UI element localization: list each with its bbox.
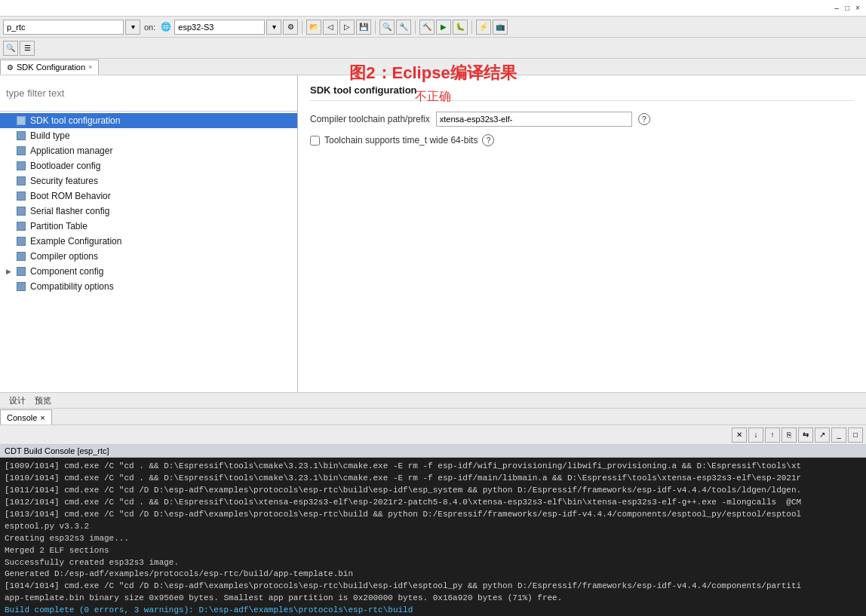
console-minimize-btn[interactable]: _ — [831, 428, 846, 443]
console-scroll-down-btn[interactable]: ↓ — [748, 428, 763, 443]
run-btn[interactable]: ▶ — [436, 20, 451, 35]
tree-item-label: Bootloader config — [30, 161, 100, 171]
globe-icon: 🌐 — [161, 22, 171, 32]
open-btn[interactable]: 📂 — [306, 20, 321, 35]
toolchain-row: Toolchain supports time_t wide 64-bits ? — [310, 134, 854, 146]
minimize-button[interactable]: – — [831, 3, 842, 14]
tree-item[interactable]: SDK tool configuration — [0, 113, 297, 128]
tree-item[interactable]: Compatibility options — [0, 279, 297, 294]
tree-item-icon — [15, 190, 27, 202]
console-section: Console × ✕ ↓ ↑ ⎘ ⇆ ↗ _ □ CDT Build Cons… — [0, 409, 866, 616]
tree-item-label: Compatibility options — [30, 281, 114, 292]
tree-item-icon — [15, 205, 27, 217]
tree-view: SDK tool configurationBuild typeApplicat… — [0, 112, 297, 392]
tab-close-btn[interactable]: × — [88, 63, 92, 71]
project-dropdown-btn[interactable]: ▾ — [125, 20, 140, 35]
tree-item[interactable]: Build type — [0, 128, 297, 143]
tab-icon: ⚙ — [7, 63, 14, 72]
console-wrap-btn[interactable]: ⇆ — [798, 428, 813, 443]
tree-item-label: Partition Table — [30, 221, 88, 231]
flash-btn[interactable]: ⚡ — [476, 20, 491, 35]
maximize-button[interactable]: □ — [842, 3, 852, 14]
search-btn[interactable]: 🔍 — [379, 20, 395, 35]
build-btn[interactable]: 🔨 — [419, 20, 435, 35]
toolchain-checkbox[interactable] — [310, 136, 320, 146]
tree-item[interactable]: Application manager — [0, 143, 297, 158]
tree-item-label: Compiler options — [30, 251, 98, 262]
tree-item[interactable]: Compiler options — [0, 249, 297, 264]
console-line: [1011/1014] cmd.exe /C "cd /D D:\esp-adf… — [5, 485, 861, 497]
toolchain-help-icon[interactable]: ? — [482, 134, 494, 146]
console-line: Successfully created esp32s3 image. — [5, 557, 861, 569]
console-tab-close[interactable]: × — [40, 413, 45, 422]
tree-item-label: Build type — [30, 130, 70, 141]
project-input[interactable] — [3, 20, 124, 35]
sdk-config-tab[interactable]: ⚙ SDK Configuration × — [0, 60, 99, 75]
debug-btn[interactable]: 🐛 — [453, 20, 468, 35]
console-maximize-btn[interactable]: □ — [848, 428, 863, 443]
tree-item-label: Component config — [30, 266, 103, 277]
console-scroll-up-btn[interactable]: ↑ — [765, 428, 780, 443]
compiler-help-icon[interactable]: ? — [638, 113, 650, 125]
tree-item[interactable]: Boot ROM Behavior — [0, 188, 297, 204]
bottom-tabs: 设计 预览 — [0, 392, 866, 409]
preview-tab[interactable]: 预览 — [32, 394, 54, 408]
back-btn[interactable]: ◁ — [323, 20, 338, 35]
tree-item-label: Example Configuration — [30, 236, 121, 247]
tree-item[interactable]: Partition Table — [0, 219, 297, 234]
console-line: Generated D:/esp-adf/examples/protocols/… — [5, 568, 861, 581]
console-tab-bar: Console × — [0, 409, 866, 425]
console-tab[interactable]: Console × — [0, 409, 52, 424]
console-line: [1009/1014] cmd.exe /C "cd . && D:\Espre… — [5, 461, 861, 473]
tree-item-label: Boot ROM Behavior — [30, 191, 111, 201]
tree-item-label: Serial flasher config — [30, 206, 109, 216]
tools-btn[interactable]: 🔧 — [396, 20, 411, 35]
sep4 — [471, 20, 472, 34]
design-tab[interactable]: 设计 — [6, 394, 29, 408]
tree-item-icon — [15, 115, 27, 127]
right-panel: SDK tool configuration Compiler toolchai… — [298, 75, 866, 392]
tree-item-icon — [15, 280, 27, 293]
console-copy-btn[interactable]: ⎘ — [782, 428, 797, 443]
search-icon-btn[interactable]: 🔍 — [3, 41, 18, 56]
config-title: SDK tool configuration — [310, 84, 854, 101]
console-output[interactable]: [1009/1014] cmd.exe /C "cd . && D:\Espre… — [0, 458, 866, 616]
tree-item[interactable]: ▶Component config — [0, 264, 297, 279]
console-export-btn[interactable]: ↗ — [815, 428, 830, 443]
tree-item-icon — [15, 265, 27, 277]
tree-item[interactable]: Example Configuration — [0, 234, 297, 249]
tree-item[interactable]: Bootloader config — [0, 158, 297, 173]
console-clear-btn[interactable]: ✕ — [732, 428, 747, 443]
filter-input[interactable] — [0, 75, 297, 112]
monitor-btn[interactable]: 📺 — [493, 20, 508, 35]
cdt-header: CDT Build Console [esp_rtc] — [0, 445, 866, 458]
device-dropdown-btn[interactable]: ▾ — [266, 20, 281, 35]
compiler-input[interactable] — [436, 112, 632, 127]
tree-item-icon — [15, 130, 27, 142]
tree-item-icon — [15, 145, 27, 157]
tree-item-label: Security features — [30, 176, 98, 186]
title-bar: – □ × — [0, 0, 866, 17]
tree-item-icon — [15, 235, 27, 247]
settings-btn[interactable]: ⚙ — [283, 20, 298, 35]
menu-btn[interactable]: ☰ — [20, 41, 35, 56]
tree-item[interactable]: Security features — [0, 173, 297, 188]
compiler-row: Compiler toolchain path/prefix ? — [310, 112, 854, 127]
console-line: Build complete (0 errors, 3 warnings): D… — [5, 605, 861, 616]
forward-btn[interactable]: ▷ — [339, 20, 355, 35]
device-input[interactable] — [174, 20, 265, 35]
save-btn[interactable]: 💾 — [356, 20, 371, 35]
sep1 — [302, 20, 302, 34]
sep2 — [375, 20, 376, 34]
console-line: [1012/1014] cmd.exe /C "cd . && D:\Espre… — [5, 497, 861, 509]
tree-item[interactable]: Serial flasher config — [0, 204, 297, 219]
compiler-label: Compiler toolchain path/prefix — [310, 114, 430, 124]
editor-tab-bar: ⚙ SDK Configuration × — [0, 59, 866, 75]
cdt-label: CDT Build Console [esp_rtc] — [5, 446, 109, 455]
tree-item-icon — [15, 220, 27, 232]
tree-item-label: SDK tool configuration — [30, 115, 120, 126]
sep3 — [415, 20, 416, 34]
tree-item-icon — [15, 250, 27, 262]
console-line: app-template.bin binary size 0x956e0 byt… — [5, 593, 861, 605]
close-button[interactable]: × — [852, 3, 863, 14]
